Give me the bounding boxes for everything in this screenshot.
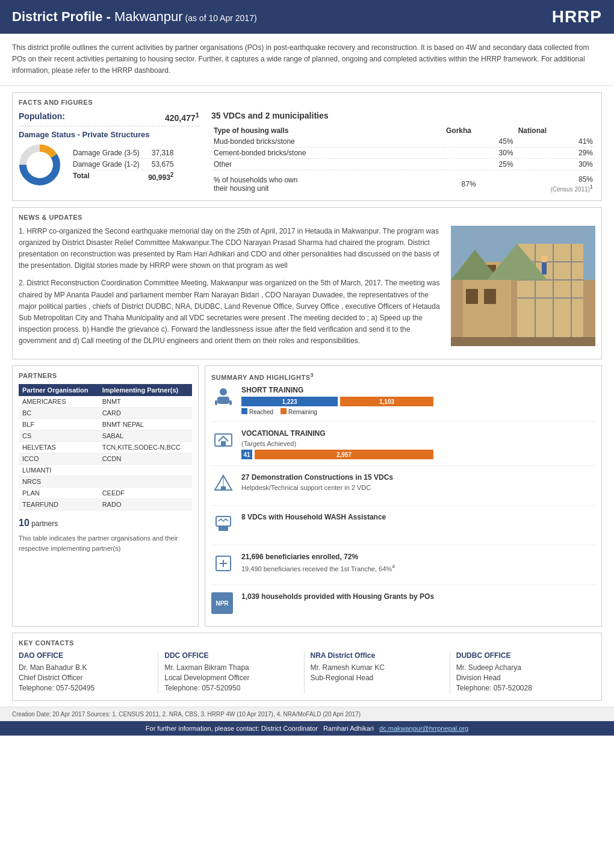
news-section: NEWS & UPDATES 1. HRRP co-organized the … — [12, 207, 602, 360]
vocational-remaining-bar: 2,957 — [255, 450, 433, 459]
contact-item: Mr. Laxman Bikram Thapa — [164, 663, 297, 672]
news-title: NEWS & UPDATES — [19, 214, 595, 221]
facts-title: FACTS AND FIGURES — [19, 99, 595, 106]
partner-row: BCCARD — [19, 408, 192, 419]
contact-item: Telephone: 057-520495 — [19, 684, 152, 692]
population-row: Population: 420,4771 — [19, 111, 199, 127]
npr-icon: NPR — [211, 592, 235, 614]
page-header: District Profile - Makwanpur (as of 10 A… — [0, 0, 614, 34]
svg-rect-32 — [219, 526, 228, 531]
footer-creation: Creation Date: 20 Apr 2017 Sources: 1. C… — [0, 707, 614, 721]
vocational-sub: (Targets Achieved) — [241, 440, 595, 447]
demo-construction-content: 27 Demonstration Constructions in 15 VDC… — [241, 473, 595, 491]
vdc-label: 35 VDCs and 2 municipalities — [211, 111, 595, 120]
highlight-housing-grants: NPR 1,039 households provided with Housi… — [211, 592, 595, 620]
damage-chart-area: Damage Grade (3-5) 37,318 Damage Grade (… — [19, 144, 199, 186]
news-content: 1. HRRP co-organized the Second earthqua… — [19, 226, 595, 353]
contact-item: Mr. Ramesh Kumar KC — [311, 663, 444, 672]
vocational-reached-bar: 41 — [241, 450, 252, 459]
bottom-grid: PARTNERS Partner Organisation Implementi… — [12, 365, 602, 627]
partners-col-org: Partner Organisation — [19, 384, 99, 396]
page-title: District Profile - Makwanpur (as of 10 A… — [12, 9, 257, 25]
highlight-short-training: SHORT TRAINING 1,223 1,103 Reached Remai… — [211, 386, 595, 422]
partner-row: LUMANTI — [19, 465, 192, 476]
svg-rect-24 — [215, 400, 217, 405]
contact-office: NRA District Office — [311, 651, 444, 660]
wash-icon — [211, 513, 235, 539]
short-training-reached-bar: 1,223 — [241, 397, 338, 406]
construction-icon — [211, 473, 235, 499]
svg-rect-8 — [466, 289, 478, 304]
partners-note: This table indicates the partner organis… — [19, 533, 192, 553]
contacts-grid: DAO OFFICEDr. Man Bahadur B.KChief Distr… — [19, 651, 595, 694]
partners-count-area: 10 partners — [19, 518, 192, 529]
damage-donut-chart — [19, 144, 61, 186]
contacts-section: KEY CONTACTS DAO OFFICEDr. Man Bahadur B… — [12, 633, 602, 701]
beneficiaries-icon — [211, 553, 235, 578]
contact-item: Telephone: 057-520028 — [456, 684, 589, 692]
partner-row: NRCS — [19, 476, 192, 488]
beneficiaries-content: 21,696 beneficiaries enrolled, 72% 19,49… — [241, 553, 595, 572]
svg-point-18 — [541, 255, 548, 262]
demo-construction-sub: Helpdesk/Technical support center in 2 V… — [241, 484, 595, 491]
housing-row: Other25%30% — [211, 158, 595, 170]
partners-section: PARTNERS Partner Organisation Implementi… — [12, 365, 199, 627]
svg-rect-9 — [484, 289, 496, 304]
damage-title: Damage Status - Private Structures — [19, 130, 199, 139]
contact-item: Sub-Regional Head — [311, 674, 444, 682]
facts-left: Population: 420,4771 Damage Status - Pri… — [19, 111, 199, 194]
damage-row-1: Damage Grade (3-5) 37,318 — [73, 147, 173, 159]
damage-row-total: Total 90,9932 — [73, 170, 173, 183]
news-para-1: 1. HRRP co-organized the Second earthqua… — [19, 226, 441, 272]
footer-contact: For further information, please contact:… — [0, 721, 614, 736]
short-training-remaining-bar: 1,103 — [340, 397, 433, 406]
population-value: 420,4771 — [165, 111, 199, 123]
partners-col-impl: Implementing Partner(s) — [99, 384, 192, 396]
population-label: Population: — [19, 111, 65, 121]
contact-office: DUDBC OFFICE — [456, 651, 589, 660]
vocational-label: VOCATIONAL TRAINING — [241, 429, 595, 438]
households-table: % of households who own their housing un… — [211, 174, 595, 194]
contact-item: Local Development Officer — [164, 674, 297, 682]
facts-section: FACTS AND FIGURES Population: 420,4771 D… — [12, 92, 602, 201]
partner-row: TEARFUNDRADO — [19, 499, 192, 510]
partners-title: PARTNERS — [19, 372, 192, 379]
reached-legend-dot — [241, 408, 247, 414]
news-para-2: 2. District Reconstruction Coordination … — [19, 277, 441, 347]
hrrp-logo: HRRP — [552, 7, 602, 26]
wash-label: 8 VDCs with Household WASH Assistance — [241, 513, 595, 521]
short-training-bars: 1,223 1,103 — [241, 397, 595, 406]
contact-item: Chief District Officer — [19, 674, 152, 682]
svg-point-22 — [220, 388, 227, 395]
summary-title: SUMMARY AND HIGHLIGHTS3 — [211, 372, 595, 381]
highlight-beneficiaries: 21,696 beneficiaries enrolled, 72% 19,49… — [211, 553, 595, 585]
vocational-icon — [211, 429, 235, 455]
footer-email[interactable]: dc.makwanpur@hrrpnepal.org — [379, 725, 468, 732]
partner-row: CSSABAL — [19, 430, 192, 442]
contact-office: DAO OFFICE — [19, 651, 152, 660]
svg-rect-25 — [229, 400, 232, 405]
partners-table: Partner Organisation Implementing Partne… — [19, 384, 192, 510]
remaining-legend-dot — [281, 408, 287, 414]
short-training-label: SHORT TRAINING — [241, 386, 595, 394]
housing-row: Cement-bonded bricks/stone30%29% — [211, 147, 595, 158]
contact-office: DDC OFFICE — [164, 651, 297, 660]
partner-row: ICCOCCDN — [19, 453, 192, 465]
short-training-content: SHORT TRAINING 1,223 1,103 Reached Remai… — [241, 386, 595, 415]
housing-grants-content: 1,039 households provided with Housing G… — [241, 592, 595, 603]
contact-column: NRA District OfficeMr. Ramesh Kumar KCSu… — [305, 651, 450, 694]
news-photo — [451, 226, 595, 346]
bar-legend: Reached Remaining — [241, 408, 595, 415]
demo-construction-label: 27 Demonstration Constructions in 15 VDC… — [241, 473, 595, 482]
partner-row: AMERICARESBNMT — [19, 396, 192, 408]
highlight-demo-construction: 27 Demonstration Constructions in 15 VDC… — [211, 473, 595, 506]
svg-rect-23 — [217, 397, 229, 404]
summary-section: SUMMARY AND HIGHLIGHTS3 SHORT TRAINING 1… — [205, 365, 602, 627]
housing-row: Mud-bonded bricks/stone45%41% — [211, 136, 595, 147]
damage-table: Damage Grade (3-5) 37,318 Damage Grade (… — [73, 147, 173, 183]
npr-badge: NPR — [211, 592, 233, 614]
svg-rect-27 — [221, 441, 226, 446]
facts-grid: Population: 420,4771 Damage Status - Pri… — [19, 111, 595, 194]
contact-column: DAO OFFICEDr. Man Bahadur B.KChief Distr… — [19, 651, 158, 694]
highlight-vocational-training: VOCATIONAL TRAINING (Targets Achieved) 4… — [211, 429, 595, 466]
